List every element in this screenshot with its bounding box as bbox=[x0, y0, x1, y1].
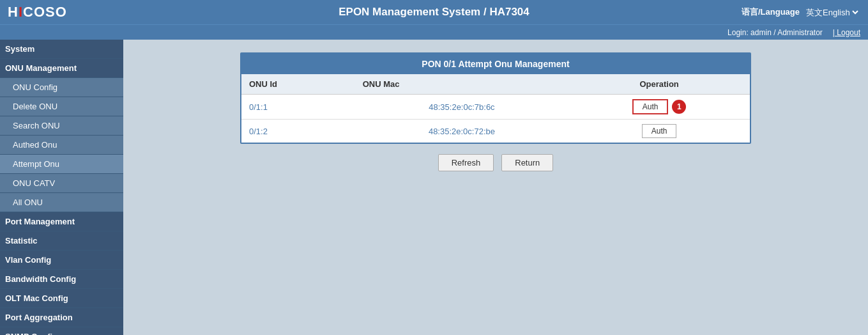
sidebar-item-port-management[interactable]: Port Management bbox=[0, 212, 123, 231]
cell-onu-id: 0/1:2 bbox=[241, 120, 355, 143]
onu-table: ONU Id ONU Mac Operation 0/1:148:35:2e:0… bbox=[241, 74, 750, 143]
sidebar-item-all-onu[interactable]: All ONU bbox=[0, 193, 123, 212]
cell-onu-id: 0/1:1 bbox=[241, 95, 355, 120]
logo-letter-o: O bbox=[34, 4, 45, 20]
table-title: PON 0/1 Attempt Onu Management bbox=[241, 54, 750, 74]
sidebar-item-statistic[interactable]: Statistic bbox=[0, 231, 123, 251]
action-buttons: Refresh Return bbox=[136, 154, 855, 171]
col-onu-id: ONU Id bbox=[241, 74, 355, 95]
header-lang: 语言/Language 英文English bbox=[742, 6, 860, 18]
logo-letter-o2: O bbox=[56, 4, 67, 20]
badge-number: 1 bbox=[672, 100, 686, 114]
sidebar-item-onu-management[interactable]: ONU Management bbox=[0, 59, 123, 78]
refresh-button[interactable]: Refresh bbox=[438, 154, 494, 171]
logout-link[interactable]: | Logout bbox=[833, 28, 860, 37]
table-header-row: ONU Id ONU Mac Operation bbox=[241, 74, 750, 95]
col-onu-mac: ONU Mac bbox=[355, 74, 568, 95]
table-row: 0/1:148:35:2e:0c:7b:6cAuth1 bbox=[241, 95, 750, 120]
logo-letter-h: H bbox=[8, 4, 19, 20]
auth-button[interactable]: Auth bbox=[632, 99, 669, 114]
sidebar: System ONU Management ONU Config Delete … bbox=[0, 40, 123, 335]
sidebar-item-olt-mac-config[interactable]: OLT Mac Config bbox=[0, 289, 123, 308]
sidebar-item-onu-catv[interactable]: ONU CATV bbox=[0, 174, 123, 193]
table-container: PON 0/1 Attempt Onu Management ONU Id ON… bbox=[240, 52, 751, 144]
cell-operation: Auth bbox=[568, 120, 750, 143]
sidebar-item-port-aggregation[interactable]: Port Aggregation bbox=[0, 308, 123, 327]
auth-button[interactable]: Auth bbox=[642, 124, 677, 138]
sidebar-item-delete-onu[interactable]: Delete ONU bbox=[0, 97, 123, 116]
lang-label: 语言/Language bbox=[742, 6, 800, 18]
logo: HICOSO bbox=[8, 4, 67, 20]
header-bottom: Login: admin / Administrator | Logout bbox=[0, 24, 868, 40]
layout: System ONU Management ONU Config Delete … bbox=[0, 40, 868, 335]
sidebar-item-onu-config[interactable]: ONU Config bbox=[0, 78, 123, 97]
sidebar-item-attempt-onu[interactable]: Attempt Onu bbox=[0, 155, 123, 174]
language-select[interactable]: 英文English bbox=[803, 7, 860, 18]
main-content: PON 0/1 Attempt Onu Management ONU Id ON… bbox=[123, 40, 868, 335]
logo-letter-i: I bbox=[19, 4, 23, 20]
sidebar-item-search-onu[interactable]: Search ONU bbox=[0, 116, 123, 136]
logo-letter-s: S bbox=[45, 4, 56, 20]
sidebar-item-system[interactable]: System bbox=[0, 40, 123, 59]
col-operation: Operation bbox=[568, 74, 750, 95]
sidebar-item-vlan-config[interactable]: Vlan Config bbox=[0, 251, 123, 270]
header-top: HICOSO EPON Management System / HA7304 语… bbox=[0, 0, 868, 24]
cell-operation: Auth1 bbox=[568, 95, 750, 120]
login-info: Login: admin / Administrator bbox=[727, 28, 823, 37]
cell-onu-mac: 48:35:2e:0c:72:be bbox=[355, 120, 568, 143]
cell-onu-mac: 48:35:2e:0c:7b:6c bbox=[355, 95, 568, 120]
table-row: 0/1:248:35:2e:0c:72:beAuth bbox=[241, 120, 750, 143]
return-button[interactable]: Return bbox=[501, 154, 553, 171]
sidebar-item-bandwidth-config[interactable]: Bandwidth Config bbox=[0, 270, 123, 289]
logo-letter-c: C bbox=[23, 4, 34, 20]
header-title: EPON Management System / HA7304 bbox=[339, 6, 529, 19]
sidebar-item-snmp-config[interactable]: SNMP Config bbox=[0, 327, 123, 335]
sidebar-item-authed-onu[interactable]: Authed Onu bbox=[0, 136, 123, 155]
